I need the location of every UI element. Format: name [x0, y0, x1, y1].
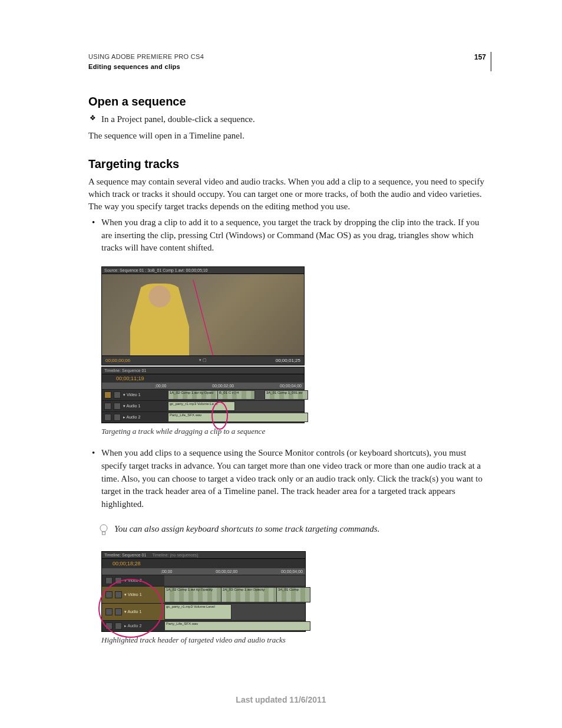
open-sequence-result: The sequence will open in a Timeline pan… [88, 130, 491, 142]
video-frame-person [130, 284, 189, 355]
video-clip: 1A_02 Comp 1.avi ity:Opaci [168, 390, 220, 400]
toggle-icon [104, 414, 111, 421]
video2-body [164, 575, 305, 586]
audio1-header-targeted: ▾ Audio 1 [102, 604, 164, 620]
toggle-icon [105, 622, 113, 630]
svg-rect-2 [103, 532, 105, 535]
source-monitor: Source: Sequence 01 : 3oB_01 Comp 1.avi:… [101, 266, 305, 365]
svg-line-0 [193, 280, 226, 355]
header-left: USING ADOBE PREMIERE PRO CS4 Editing seq… [88, 52, 204, 71]
toggle-icon [115, 622, 122, 630]
timeline-tabs: Timeline: Sequence 01 Timeline: (no sequ… [102, 552, 305, 559]
video1-body: 1A_02 Comp 1.avi ity:Opacity 2A_03 Comp … [164, 587, 305, 603]
lightbulb-icon [99, 523, 108, 539]
drag-arrow [190, 280, 237, 355]
tc-in: 00;00;00;06 [105, 358, 130, 363]
audio1-header: ▾ Audio 1 [102, 401, 168, 411]
video-clip: 1A_02 Comp 1.avi ity:Opacity [164, 587, 223, 602]
tip-text: You can also assign keyboard shortcuts t… [114, 523, 379, 535]
toggle-icon [115, 608, 122, 615]
timeline-tab: Timeline: Sequence 01 [102, 367, 304, 374]
document-page: USING ADOBE PREMIERE PRO CS4 Editing seq… [0, 0, 562, 728]
svg-point-1 [100, 525, 107, 532]
step-open-sequence: In a Project panel, double-click a seque… [88, 113, 491, 126]
timeline-panel: Timeline: Sequence 01 00;00;11;19 ;00;00… [101, 367, 305, 423]
toggle-icon [105, 591, 113, 598]
source-monitor-tab: Source: Sequence 01 : 3oB_01 Comp 1.avi:… [102, 267, 304, 274]
audio1-label: ▾ Audio 1 [123, 404, 140, 409]
targeting-bullet-source: When you add clips to a sequence using t… [88, 447, 491, 511]
tab-active: Timeline: Sequence 01 [104, 553, 146, 557]
video1-label: ▾ Video 1 [123, 393, 141, 397]
toggle-icon [105, 577, 113, 584]
audio-clip: Party_Life_SFX.wav [168, 413, 308, 422]
toggle-icon [115, 577, 122, 584]
toggle-icon [104, 391, 111, 398]
page-header: USING ADOBE PREMIERE PRO CS4 Editing seq… [88, 52, 491, 71]
targeting-bullets-2: When you add clips to a sequence using t… [88, 447, 491, 511]
video-clip: 2A_03 Comp 1.avi Opacity [221, 587, 279, 602]
audio1-track: ▾ Audio 1 gc_party_r1.mp3 Volume:Level [102, 603, 305, 620]
audio1-label: ▾ Audio 1 [124, 610, 141, 614]
audio2-body: Party_Life_SFX.wav [164, 621, 305, 631]
figure-drag-target: Source: Sequence 01 : 3oB_01 Comp 1.avi:… [101, 266, 305, 423]
figure-targeted-headers: Timeline: Sequence 01 Timeline: (no sequ… [101, 551, 306, 632]
open-sequence-steps: In a Project panel, double-click a seque… [88, 113, 491, 126]
video2-label: ▾ Video 2 [124, 578, 142, 583]
tip: You can also assign keyboard shortcuts t… [99, 523, 491, 539]
video1-header-targeted: ▾ Video 1 [102, 587, 164, 603]
targeting-intro: A sequence may contain several video and… [88, 176, 491, 213]
ruler-tick: 00;00;02;00 [212, 384, 234, 388]
toggle-icon [115, 591, 122, 598]
ruler-tick: 00;00;02;00 [216, 569, 237, 574]
audio-clip: gc_party_r1.mp3 Volume:Le el [168, 401, 235, 411]
ruler-tick: ;00;00 [161, 569, 172, 574]
video-clip: 3A_01 Comp [276, 587, 310, 602]
audio1-body: gc_party_r1.mp3 Volume:Level [164, 604, 305, 620]
tc-out: 00;00;01;25 [276, 358, 300, 363]
video1-header: ▾ Video 1 [102, 390, 168, 400]
ruler-tick: 00;00;04;00 [280, 384, 302, 388]
audio2-track: ▸ Audio 2 Party_Life_SFX.wav [102, 411, 304, 423]
figure1-caption: Targeting a track while dragging a clip … [101, 427, 491, 436]
toggle-icon [114, 403, 121, 410]
audio1-track: ▾ Audio 1 gc_party_r1.mp3 Volume:Le el [102, 400, 304, 411]
heading-targeting-tracks: Targeting tracks [88, 157, 491, 171]
video1-track: ▾ Video 1 1A_02 Comp 1.avi ity:Opacity 2… [102, 586, 305, 603]
toggle-icon [114, 391, 121, 398]
source-monitor-view [102, 274, 304, 355]
video2-header: ▾ Video 2 [102, 575, 164, 586]
ruler-tick: 00;00;04;00 [281, 569, 303, 574]
toggle-icon [114, 414, 121, 421]
timeline-cti: 00;00;11;19 [102, 374, 304, 383]
page-number: 157 [474, 52, 486, 61]
source-monitor-controls: 00;00;00;06 ▾ ▢ 00;00;01;25 [102, 355, 304, 365]
timeline-ruler: ;00;00 00;00;02;00 00;00;04;00 [102, 568, 305, 575]
video1-track: ▾ Video 1 1A_02 Comp 1.avi ity:Opaci B_0… [102, 389, 304, 400]
audio2-body: Party_Life_SFX.wav [168, 412, 304, 423]
targeting-bullets: When you drag a clip to add it to a sequ… [88, 216, 491, 255]
audio2-label: ▸ Audio 2 [124, 624, 141, 628]
video1-label: ▾ Video 1 [124, 592, 142, 597]
toggle-icon [105, 608, 113, 615]
audio-clip: Party_Life_SFX.wav [164, 621, 310, 631]
page-footer: Last updated 11/6/2011 [0, 695, 562, 704]
doc-section: Editing sequences and clips [88, 62, 204, 72]
source-tab-label: Source: Sequence 01 : 3oB_01 Comp 1.avi:… [104, 268, 208, 272]
ruler-tick: ;00;00 [155, 384, 166, 388]
audio2-track: ▸ Audio 2 Party_Life_SFX.wav [102, 620, 305, 631]
timeline-cti: 00;00;18;28 [102, 559, 305, 568]
source-icons: ▾ ▢ [199, 358, 207, 363]
doc-title: USING ADOBE PREMIERE PRO CS4 [88, 52, 204, 62]
video1-body: 1A_02 Comp 1.avi ity:Opaci B_01 C v [-4 … [168, 390, 304, 400]
video-clip: B_01 C v [-4 [217, 390, 255, 400]
heading-open-sequence: Open a sequence [88, 95, 491, 108]
audio2-header: ▸ Audio 2 [102, 412, 168, 423]
audio1-body: gc_party_r1.mp3 Volume:Le el [168, 401, 304, 411]
video2-track: ▾ Video 2 [102, 575, 305, 586]
audio2-label: ▸ Audio 2 [123, 415, 140, 420]
toggle-icon [104, 403, 111, 410]
tab-inactive: Timeline: (no sequences) [152, 553, 198, 557]
audio2-header: ▸ Audio 2 [102, 621, 164, 631]
audio-clip: gc_party_r1.mp3 Volume:Level [164, 604, 232, 620]
